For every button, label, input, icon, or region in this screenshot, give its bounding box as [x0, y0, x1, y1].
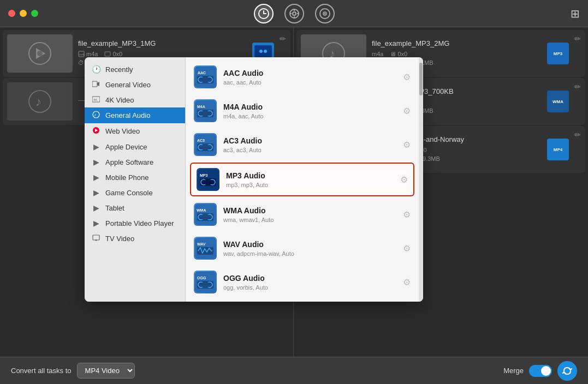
wma-codecs: wma, wmav1, Auto: [223, 217, 396, 223]
sidebar-item-tablet[interactable]: ▶ Tablet: [85, 200, 185, 215]
sidebar-item-tv-video[interactable]: TV Video: [85, 231, 185, 246]
svg-text:WAV: WAV: [197, 242, 206, 246]
wav-icon: WAV: [194, 237, 217, 260]
sidebar-label-general-audio: General Audio: [105, 111, 150, 119]
svg-rect-14: [105, 52, 110, 56]
format-item-wav[interactable]: WAV WAV Audio wav, adpcm-ima-wav, Auto ⚙: [186, 231, 419, 265]
convert-button[interactable]: [557, 361, 577, 381]
ac3-codecs: ac3, ac3, Auto: [223, 147, 396, 153]
sidebar-item-4k-video[interactable]: 4K 4K Video: [85, 92, 185, 107]
convert-format-select[interactable]: MP4 Video MP3 Audio AAC Audio: [77, 363, 135, 379]
svg-text:AAC: AAC: [198, 71, 206, 75]
wav-name: WAV Audio: [223, 240, 396, 249]
wma-gear[interactable]: ⚙: [403, 209, 411, 220]
disc-tab-icon[interactable]: [315, 4, 335, 23]
sidebar-label-game: Game Console: [105, 189, 153, 197]
svg-rect-54: [204, 180, 212, 184]
merge-toggle[interactable]: [529, 365, 552, 377]
4k-icon: 4K: [91, 95, 101, 104]
svg-text:M4A: M4A: [197, 105, 205, 109]
aac-name: AAC Audio: [223, 69, 396, 77]
file-meta-r1: m4a 🖥 0x0: [372, 51, 542, 57]
wma-icon: WMA: [194, 203, 217, 226]
aac-info: AAC Audio aac, aac, Auto: [223, 69, 396, 86]
minimize-button[interactable]: [20, 10, 27, 17]
sidebar-label-recently: Recently: [105, 65, 133, 74]
edit-icon-r1[interactable]: ✏: [574, 34, 581, 43]
scrollbar-thumb[interactable]: [419, 63, 423, 95]
wav-codecs: wav, adpcm-ima-wav, Auto: [223, 250, 396, 257]
video-icon: [91, 80, 101, 89]
sidebar-item-portable-video[interactable]: ▶ Portable Video Player: [85, 215, 185, 231]
ogg-info: OGG Audio ogg, vorbis, Auto: [223, 274, 396, 291]
mp3-name: MP3 Audio: [226, 171, 394, 180]
format-dropdown: 🕐 Recently General Video 4K 4K Video ♪: [85, 57, 423, 302]
svg-rect-42: [201, 111, 210, 116]
file-thumbnail: [7, 34, 73, 73]
svg-rect-36: [201, 77, 210, 82]
convert-tab-icon[interactable]: [254, 4, 274, 23]
sidebar-item-apple-software[interactable]: ▶ Apple Software: [85, 154, 185, 170]
aac-codecs: aac, aac, Auto: [223, 79, 396, 86]
svg-text:m4a: m4a: [79, 53, 85, 56]
ac3-name: AC3 Audio: [223, 136, 396, 145]
svg-rect-69: [201, 283, 210, 287]
edit-icon-r3[interactable]: ✏: [574, 130, 581, 139]
sidebar-item-web-video[interactable]: Web Video: [85, 123, 185, 139]
portable-icon: ▶: [91, 219, 101, 227]
sidebar-item-recently[interactable]: 🕐 Recently: [85, 62, 185, 77]
ogg-icon: OGG: [194, 271, 217, 293]
tv-icon: [91, 234, 101, 243]
sidebar-item-mobile-phone[interactable]: ▶ Mobile Phone: [85, 170, 185, 185]
ogg-name: OGG Audio: [223, 274, 396, 283]
aac-gear[interactable]: ⚙: [403, 72, 411, 82]
format-item-m4a[interactable]: M4A M4A Audio m4a, aac, Auto ⚙: [186, 94, 419, 128]
maximize-button[interactable]: [31, 10, 38, 17]
mobile-icon: ▶: [91, 173, 101, 182]
mp3-info: MP3 Audio mp3, mp3, Auto: [226, 171, 394, 188]
ogg-gear[interactable]: ⚙: [403, 277, 411, 287]
toolbox-tab-icon[interactable]: [284, 4, 304, 23]
aac-icon: AAC: [194, 65, 217, 88]
wma-info: WMA Audio wma, wmav1, Auto: [223, 206, 396, 223]
window-controls-icon: ⊞: [571, 7, 580, 20]
format-item-aac[interactable]: AAC AAC Audio aac, aac, Auto ⚙: [186, 60, 419, 94]
mp3-gear[interactable]: ⚙: [400, 175, 408, 185]
svg-text:♪: ♪: [35, 95, 41, 109]
merge-label: Merge: [503, 367, 524, 375]
sidebar-label-tv: TV Video: [105, 235, 134, 243]
dropdown-sidebar: 🕐 Recently General Video 4K 4K Video ♪: [85, 57, 186, 302]
file-resolution: 0x0: [104, 51, 122, 57]
svg-rect-48: [201, 145, 210, 149]
ac3-gear[interactable]: ⚙: [403, 140, 411, 150]
sidebar-item-apple-device[interactable]: ▶ Apple Device: [85, 139, 185, 154]
apple-software-icon: ▶: [91, 158, 101, 166]
m4a-gear[interactable]: ⚙: [403, 106, 411, 116]
format-item-wma[interactable]: WMA WMA Audio wma, wmav1, Auto ⚙: [186, 197, 419, 231]
edit-icon-r2[interactable]: ✏: [574, 82, 581, 91]
sidebar-label-4k: 4K Video: [105, 96, 134, 104]
sidebar-label-portable: Portable Video Player: [105, 219, 174, 227]
titlebar-icons: [254, 4, 335, 23]
scrollbar[interactable]: [419, 57, 423, 302]
traffic-lights: [8, 10, 38, 17]
wav-info: WAV Audio wav, adpcm-ima-wav, Auto: [223, 240, 396, 257]
sidebar-item-game-console[interactable]: ▶ Game Console: [85, 185, 185, 200]
format-item-ogg[interactable]: OGG OGG Audio ogg, vorbis, Auto ⚙: [186, 265, 419, 299]
format-item-mp3[interactable]: MP3 MP3 Audio mp3, mp3, Auto ⚙: [190, 163, 414, 196]
close-button[interactable]: [8, 10, 15, 17]
badge-r2: WMA: [547, 91, 569, 112]
sidebar-item-general-video[interactable]: General Video: [85, 77, 185, 92]
format-item-ac3[interactable]: AC3 AC3 Audio ac3, ac3, Auto ⚙: [186, 128, 419, 161]
file-name: file_example_MP3_1MG: [78, 39, 247, 47]
sidebar-item-general-audio[interactable]: ♪ General Audio: [85, 107, 185, 123]
m4a-name: M4A Audio: [223, 103, 396, 111]
mp3-codecs: mp3, mp3, Auto: [226, 182, 394, 188]
svg-text:WMA: WMA: [197, 208, 206, 212]
edit-icon[interactable]: ✏: [280, 34, 286, 43]
audio-icon: ♪: [91, 111, 101, 120]
apple-device-icon: ▶: [91, 142, 101, 151]
svg-text:♪: ♪: [94, 112, 96, 117]
ac3-info: AC3 Audio ac3, ac3, Auto: [223, 136, 396, 153]
wav-gear[interactable]: ⚙: [403, 243, 411, 254]
